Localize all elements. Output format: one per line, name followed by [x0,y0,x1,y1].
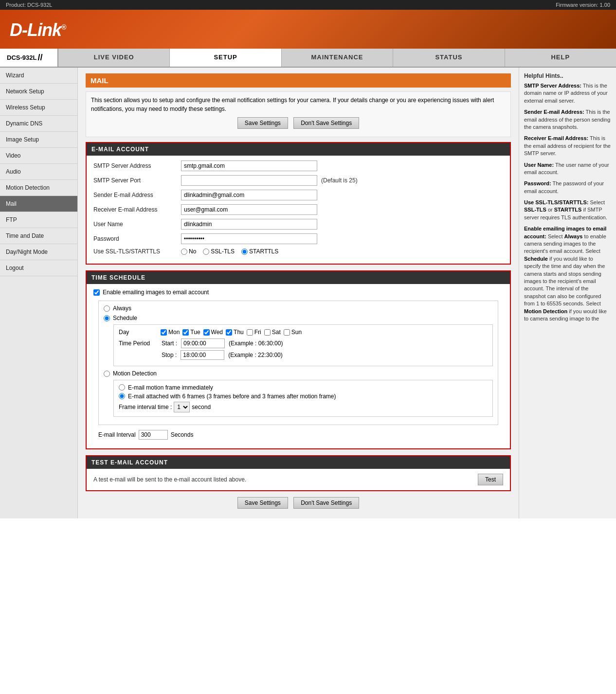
username-input[interactable] [181,219,317,230]
sidebar-item-day-night-mode[interactable]: Day/Night Mode [0,244,77,260]
bottom-button-row: Save Settings Don't Save Settings [86,497,511,509]
always-radio[interactable] [104,305,110,312]
help-enable-email: Enable emailing images to email account:… [524,225,611,322]
sidebar-item-logout[interactable]: Logout [0,260,77,276]
ssl-no-radio[interactable] [181,249,187,255]
mon-day[interactable]: Mon [161,329,180,336]
thu-day[interactable]: Thu [226,329,244,336]
ssl-starttls-option[interactable]: STARTTLS [241,248,278,255]
fri-day[interactable]: Fri [247,329,261,336]
tab-help[interactable]: HELP [505,49,616,67]
frame-interval-unit: second [192,404,211,410]
password-row: Password [93,233,503,244]
sat-day[interactable]: Sat [264,329,281,336]
day-col-label: Day [119,329,158,336]
motion-detection-option: Motion Detection [104,370,493,377]
receiver-email-input[interactable] [181,204,317,215]
tab-live-video[interactable]: LIVE VIDEO [58,49,170,67]
dont-save-settings-bottom-button[interactable]: Don't Save Settings [293,497,359,509]
sat-checkbox[interactable] [264,329,271,336]
enable-email-checkbox[interactable] [93,289,100,296]
smtp-server-input[interactable] [181,160,317,171]
ssl-tls-option[interactable]: SSL-TLS [203,248,235,255]
content-area: MAIL This section allows you to setup an… [78,68,519,518]
tab-status[interactable]: STATUS [393,49,505,67]
save-settings-bottom-button[interactable]: Save Settings [237,497,288,509]
sidebar-item-network-setup[interactable]: Network Setup [0,84,77,100]
help-ssl: Use SSL-TLS/STARTTLS: Select SSL-TLS or … [524,199,611,221]
email-account-title: E-MAIL ACCOUNT [87,143,510,156]
wed-day[interactable]: Wed [203,329,223,336]
firmware-label: Firmware version: 1.00 [556,2,610,8]
test-email-title: TEST E-MAIL ACCOUNT [87,456,510,469]
email-interval-row: E-mail Interval Seconds [98,430,498,440]
always-label: Always [113,305,131,312]
motion-radio[interactable] [104,371,110,377]
smtp-port-note: (Default is 25) [321,177,358,184]
smtp-server-label: SMTP Server Address [93,162,181,169]
sidebar-item-video[interactable]: Video [0,148,77,164]
nav-bar: DCS-932L // LIVE VIDEO SETUP MAINTENANCE… [0,49,616,68]
day-row: Day Mon Tue Wed Thu [119,329,488,336]
sidebar-item-audio[interactable]: Audio [0,164,77,180]
smtp-port-row: SMTP Server Port (Default is 25) [93,175,503,186]
tue-checkbox[interactable] [182,329,189,336]
schedule-radio[interactable] [104,315,110,321]
schedule-inner-box: Always Schedule Day Mon [98,301,498,425]
motion-box: E-mail motion frame immediately E-mail a… [113,380,493,417]
schedule-option: Schedule [104,315,493,321]
sun-day[interactable]: Sun [284,329,302,336]
ssl-starttls-radio[interactable] [241,249,248,255]
test-email-section: TEST E-MAIL ACCOUNT A test e-mail will b… [86,455,511,491]
tab-setup[interactable]: SETUP [170,49,281,67]
stop-time-row: Stop : (Example : 22:30:00) [119,350,488,360]
brand-slashes: // [37,53,42,63]
nav-brand: DCS-932L // [0,49,58,67]
email-account-content: SMTP Server Address SMTP Server Port (De… [87,156,510,264]
sidebar-item-mail[interactable]: Mail [0,196,77,212]
wed-checkbox[interactable] [203,329,210,336]
fri-checkbox[interactable] [247,329,253,336]
smtp-port-input[interactable] [181,175,317,186]
sender-email-input[interactable] [181,190,317,200]
email-interval-input[interactable] [139,430,168,440]
start-label: Start : [162,340,177,347]
mon-checkbox[interactable] [161,329,167,336]
sidebar-item-wireless-setup[interactable]: Wireless Setup [0,100,77,116]
stop-time-input[interactable] [181,350,224,360]
enable-email-row: Enable emailing images to email account [93,289,503,296]
time-period-label: Time Period [119,340,158,347]
ssl-label: Use SSL-TLS/STARTTLS [93,248,181,255]
sidebar-item-time-and-date[interactable]: Time and Date [0,228,77,244]
sidebar-item-dynamic-dns[interactable]: Dynamic DNS [0,116,77,132]
brand-label: DCS-932L [7,54,36,61]
motion-immediate-option: E-mail motion frame immediately [119,384,488,391]
sidebar-item-ftp[interactable]: FTP [0,212,77,228]
start-time-input[interactable] [181,338,225,348]
test-email-button[interactable]: Test [478,474,503,485]
motion-immediate-label: E-mail motion frame immediately [128,384,213,391]
frame-interval-select[interactable]: 1 2 3 [174,402,190,412]
sun-checkbox[interactable] [284,329,290,336]
motion-immediate-radio[interactable] [119,384,125,391]
thu-checkbox[interactable] [226,329,232,336]
username-label: User Name [93,221,181,228]
ssl-no-option[interactable]: No [181,248,196,255]
sidebar-item-image-setup[interactable]: Image Setup [0,132,77,148]
password-input[interactable] [181,233,317,244]
motion-attached-radio[interactable] [119,393,125,399]
main-layout: Wizard Network Setup Wireless Setup Dyna… [0,68,616,518]
sidebar-item-wizard[interactable]: Wizard [0,68,77,84]
sidebar-item-motion-detection[interactable]: Motion Detection [0,180,77,196]
dont-save-settings-top-button[interactable]: Don't Save Settings [293,117,359,129]
product-label: Product: DCS-932L [6,2,52,8]
test-email-desc: A test e-mail will be sent to the e-mail… [93,476,246,483]
save-settings-top-button[interactable]: Save Settings [237,117,288,129]
tab-maintenance[interactable]: MAINTENANCE [282,49,393,67]
help-receiver: Receiver E-mail Address: This is the ema… [524,135,611,157]
stop-label: Stop : [162,352,177,358]
motion-label: Motion Detection [113,370,157,377]
ssl-tls-radio[interactable] [203,249,209,255]
motion-attached-option: E-mail attached with 6 frames (3 frames … [119,393,488,400]
tue-day[interactable]: Tue [182,329,200,336]
